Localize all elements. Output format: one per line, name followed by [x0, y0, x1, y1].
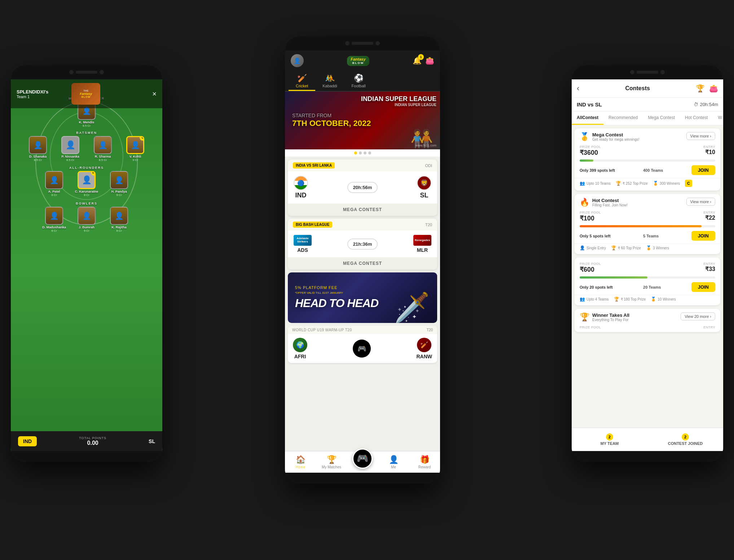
cricket-icon: 🏏	[297, 74, 307, 83]
trophy-button[interactable]: 🏆	[696, 84, 705, 93]
third-stat-2: 🏆 ₹ 180 Top Prize	[614, 297, 646, 302]
bowl-label: BOWLERS	[11, 202, 162, 205]
camera-dot-2	[100, 70, 104, 74]
contest-mega: 🥇 Mega Contest Get ready for mega winnin…	[575, 128, 720, 191]
header-icons: 🔔 1 👛	[413, 56, 434, 65]
player-rajitha: 👤 K. Rajitha 8 Cr	[106, 207, 132, 232]
team-ind: IND	[294, 176, 308, 199]
notification-badge: 1	[418, 54, 424, 60]
speaker	[76, 71, 97, 74]
player-madushanka: 👤 D. Madushanka 8 Cr	[41, 207, 67, 232]
team-ranw: 🏏 RANW	[416, 338, 432, 359]
tab-w[interactable]: W	[713, 111, 723, 125]
home-icon: 🏠	[296, 455, 306, 464]
left-bottom-bar	[11, 451, 162, 462]
team-footer: IND TOTAL POINTS 0.00 SL	[11, 431, 162, 451]
winners-icon: 🏅	[653, 181, 658, 186]
ads-logo: AdelaideStrikers	[294, 235, 312, 246]
team-header: SPLENDIDXI's Team 1 THE Fantasy BLOW ×	[11, 79, 162, 108]
tab-football[interactable]: ⚽ Football	[344, 71, 373, 91]
team-view: SPLENDIDXI's Team 1 THE Fantasy BLOW ×	[11, 79, 162, 451]
notification-button[interactable]: 🔔 1	[413, 56, 422, 65]
batsmen-row: 👤 D. Shanaka 8.5 Cr 👤 P. Nissanka 8.5 Cr	[11, 136, 162, 162]
contests-view: ‹ Contests 🏆 👛 IND vs SL ⏱ 20h:54m AllCo…	[572, 79, 723, 451]
football-icon: ⚽	[354, 74, 364, 83]
nav-mymatches[interactable]: 🏆 My Matches	[316, 451, 347, 473]
tab-kabaddi[interactable]: 🤼 Kabaddi	[315, 71, 344, 91]
back-button[interactable]: ‹	[577, 84, 579, 93]
contests-header: ‹ Contests 🏆 👛	[572, 79, 723, 98]
contest-winner-takes-all: 🏆 Winner Takes All Everything To Play Fo…	[575, 309, 720, 332]
third-stat-1: 👥 Upto 4 Teams	[580, 297, 609, 302]
nav-reward[interactable]: 🎁 Reward	[409, 451, 440, 473]
allrounders-row: 👤 A. Patel 8 Cr 👤 VC C. Karunaratne 8 Cr	[11, 171, 162, 197]
h2h-banner[interactable]: 5% PLATFORM FEE *OFFER VALID TILL 31ST J…	[288, 272, 437, 323]
tab-hot[interactable]: Hot Contest	[680, 111, 713, 125]
reward-icon: 🎁	[420, 455, 430, 464]
wta-icon: 🏆	[580, 312, 589, 322]
nav-center[interactable]: 🎮	[347, 451, 378, 473]
tab-cricket[interactable]: 🏏 Cricket	[289, 71, 315, 91]
match-card-ind-sl[interactable]: INDIA VS SRI LANKA ODI IND 20h:56m 🦁 SL	[288, 159, 437, 216]
match-card-bbl[interactable]: BIG BASH LEAGUE T20 AdelaideStrikers ADS…	[288, 219, 437, 270]
app-logo: Fantasy BLOW	[347, 56, 369, 66]
mega-contest-label[interactable]: MEGA CONTEST	[288, 204, 437, 216]
contest-filter-tabs: AllContest Recommended Mega Contest Hot …	[572, 111, 723, 126]
myteam-badge: 2	[606, 433, 613, 441]
match-info-bar: IND vs SL ⏱ 20h:54m	[572, 98, 723, 111]
tab-recommended[interactable]: Recommended	[603, 111, 643, 125]
flag-srilanka: 🦁	[417, 176, 431, 190]
nav-me[interactable]: 👤 Me	[378, 451, 409, 473]
fantasy-blow-logo: THE Fantasy BLOW	[71, 83, 100, 105]
mymatches-icon: 🏆	[327, 455, 337, 464]
center-screen: 👤 Fantasy BLOW 🔔 1 👛	[285, 51, 440, 473]
nav-home[interactable]: 🏠 Home	[285, 451, 316, 473]
single-entry-icon: 👤	[580, 245, 585, 250]
prize-icon: 🏆	[616, 181, 621, 186]
hot-stat-3: 🏅 3 Winners	[646, 245, 669, 250]
contest-badge: 2	[682, 433, 689, 441]
app-header: 👤 Fantasy BLOW 🔔 1 👛	[285, 51, 440, 71]
phone-right: ‹ Contests 🏆 👛 IND vs SL ⏱ 20h:54m AllCo…	[572, 65, 723, 462]
ar-label: ALL-ROUNDERS	[11, 166, 162, 170]
wta-view-more[interactable]: View 20 more ›	[681, 312, 715, 320]
mega-join-button[interactable]: JOIN	[691, 165, 715, 175]
player-sharma: 👤 R. Sharma 8.5 Cr	[90, 136, 115, 162]
mega-stat-2: 🏆 ₹ 252 Top Prize	[616, 180, 648, 187]
close-button[interactable]: ×	[152, 90, 157, 98]
mega-view-more[interactable]: View more ›	[686, 132, 715, 140]
sports-tabs: 🏏 Cricket 🤼 Kabaddi ⚽ Football	[285, 71, 440, 92]
hot-stat-2: 🏆 ₹ 60 Top Prize	[611, 245, 641, 250]
wallet-button[interactable]: 👛	[709, 84, 718, 93]
match-card-wc[interactable]: WORLD CUP U19 WARM-UP T20 T20 🌍 AFRI 🎮 🏏…	[288, 326, 437, 363]
center-nav-button[interactable]: 🎮	[352, 449, 373, 469]
team-mlr: Renegades MLR	[413, 235, 431, 253]
hot-join-button[interactable]: JOIN	[691, 231, 715, 241]
contest-hot: 🔥 Hot Contest Filling Fast. Join Now! Vi…	[575, 194, 720, 254]
my-team-tab[interactable]: 2 MY TEAM	[572, 428, 647, 451]
user-avatar[interactable]: 👤	[291, 54, 304, 67]
kabaddi-icon: 🤼	[325, 74, 335, 83]
match-icon: 🎮	[353, 340, 371, 358]
banner-dots	[285, 149, 440, 157]
wallet-button[interactable]: 👛	[425, 56, 434, 65]
contest-third: PRIZE POOL ₹600 ENTRY ₹33 Only 20 s	[575, 258, 720, 305]
bowlers-row: 👤 D. Madushanka 8 Cr 👤 J. Bumrah 9 Cr	[11, 207, 162, 232]
third-join-button[interactable]: JOIN	[691, 282, 715, 292]
hot-view-more[interactable]: View more ›	[686, 198, 715, 206]
player-bumrah: 👤 J. Bumrah 9 Cr	[74, 207, 99, 232]
mega-stat-3: 🏅 300 Winners	[653, 180, 680, 187]
tab-allcontest[interactable]: AllContest	[572, 111, 603, 125]
match-timer-text: 20h:54m	[700, 102, 718, 107]
third-progress	[580, 276, 715, 279]
team-title: SPLENDIDXI's Team 1	[17, 89, 48, 99]
camera-dot	[69, 70, 74, 74]
isl-banner[interactable]: STARTED FROM 7TH OCTOBER, 2022 INDIAN SU…	[285, 92, 440, 149]
hot-icon: 🔥	[580, 198, 589, 207]
center-notch	[285, 36, 440, 51]
player-kohli: 👤 C V. Kohli 9 Cr	[123, 136, 148, 162]
bat-label: BATSMEN	[11, 131, 162, 135]
player-pandya: 👤 H. Pandya 9 Cr	[106, 171, 132, 197]
tab-mega[interactable]: Mega Contest	[643, 111, 680, 125]
contest-joined-tab[interactable]: 2 CONTEST JOINED	[647, 428, 723, 451]
